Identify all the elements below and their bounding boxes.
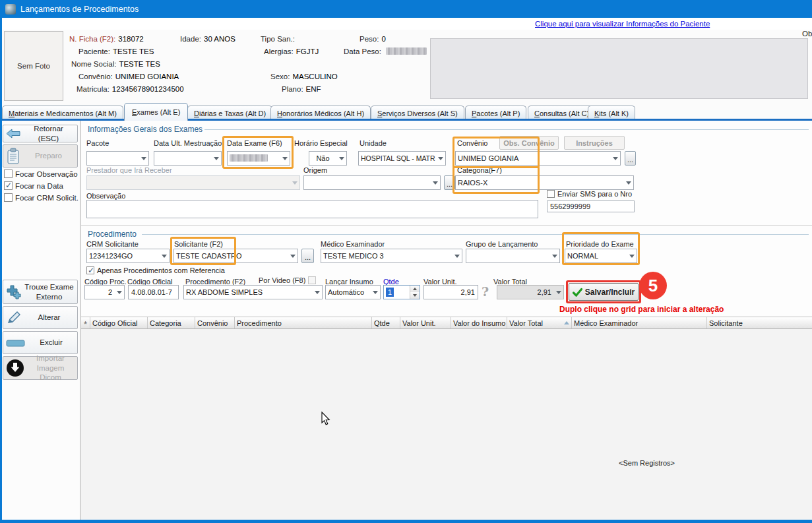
- col-valor-unit[interactable]: Valor Unit.: [400, 317, 451, 328]
- arrow-left-icon: [6, 129, 20, 138]
- convenio-paciente-field: Convênio:UNIMED GOIANIA: [78, 73, 179, 80]
- unidade-combo[interactable]: HOSPITAL SQL - MATRIZ: [358, 151, 446, 166]
- focar-na-data-checkbox[interactable]: Focar na Data: [4, 181, 63, 190]
- prestador-label: Prestador que Irá Receber: [86, 166, 172, 174]
- instrucoes-button[interactable]: Instruções: [564, 136, 625, 150]
- patient-info-link[interactable]: Clique aqui para visualizar Informações …: [535, 20, 710, 28]
- observacao-input[interactable]: [86, 200, 538, 218]
- alterar-button[interactable]: Alterar: [3, 306, 78, 329]
- medico-examinador-combo[interactable]: TESTE MEDICO 3: [321, 249, 462, 263]
- procedimento-combo[interactable]: RX ABDOME SIMPLES: [183, 285, 323, 299]
- medico-examinador-label: Médico Examinador: [321, 240, 385, 248]
- tab-diarias[interactable]: Diárias e Taxas (Alt D): [187, 106, 272, 120]
- chevron-down-icon: [280, 152, 290, 165]
- col-categoria[interactable]: Categoria: [148, 317, 195, 328]
- data-exame-label: Data Exame (F6): [227, 139, 282, 147]
- pacote-combo[interactable]: [86, 151, 149, 166]
- obs-convenio-button[interactable]: Obs. Convênio: [499, 136, 559, 150]
- tab-accent-line: [0, 119, 812, 121]
- preparo-button[interactable]: Preparo: [3, 144, 78, 168]
- chevron-down-icon: [139, 152, 148, 165]
- procedimento-title: Procedimento: [88, 230, 137, 239]
- col-valor-total[interactable]: Valor Total: [507, 317, 572, 328]
- codigo-oficial-input[interactable]: 4.08.08.01-7: [128, 285, 179, 299]
- tab-materiais[interactable]: Materiais e Medicamentos (Alt M): [2, 106, 123, 120]
- tab-servicos[interactable]: Serviços Diversos (Alt S): [371, 106, 464, 120]
- data-ult-mestruacao-combo[interactable]: [154, 151, 222, 166]
- procedimentos-grid-body[interactable]: [81, 329, 812, 520]
- tab-pacotes[interactable]: Pacotes (Alt P): [465, 106, 526, 120]
- chevron-down-icon: [627, 249, 637, 262]
- group-title-line: [204, 129, 809, 130]
- por-video-checkbox[interactable]: [308, 276, 316, 284]
- importar-imagem-dicom-button[interactable]: Importar Imagem Dicom: [3, 356, 78, 380]
- valor-total-combo[interactable]: 2,91: [497, 285, 564, 299]
- salvar-incluir-button[interactable]: Salvar/Incluir: [569, 283, 639, 301]
- help-question-icon[interactable]: [482, 284, 489, 299]
- grupo-lancamento-label: Grupo de Lançamento: [466, 240, 538, 248]
- qtde-stepper[interactable]: 1: [383, 285, 420, 299]
- spin-up-icon[interactable]: [410, 286, 420, 292]
- data-exame-combo[interactable]: [227, 151, 290, 166]
- minus-bar-icon: [6, 338, 26, 348]
- grupo-lancamento-combo[interactable]: [466, 249, 560, 263]
- convenio-label: Convênio: [457, 139, 487, 147]
- categoria-combo[interactable]: RAIOS-X: [455, 175, 634, 190]
- solicitante-ellipsis-button[interactable]: ...: [301, 249, 314, 263]
- tipo-sanguineo-field: Tipo San.:: [261, 35, 295, 43]
- convenio-ellipsis-button[interactable]: ...: [625, 151, 636, 166]
- chevron-down-icon: [336, 152, 346, 165]
- chevron-down-icon: [290, 176, 299, 189]
- excluir-button[interactable]: Excluir: [3, 331, 78, 354]
- row-selector-header: [81, 317, 90, 328]
- convenio-combo[interactable]: UNIMED GOIANIA: [455, 151, 621, 166]
- spin-down-icon[interactable]: [410, 292, 420, 299]
- horario-especial-combo[interactable]: Não: [309, 151, 347, 166]
- lancar-insumo-combo[interactable]: Automático: [325, 285, 381, 299]
- horario-especial-label: Horário Especial: [294, 139, 348, 147]
- check-icon: [573, 288, 582, 297]
- grid-empty-text: <Sem Registros>: [619, 459, 675, 467]
- enviar-sms-checkbox[interactable]: Enviar SMS para o Nro: [547, 190, 632, 198]
- origem-combo[interactable]: [303, 175, 441, 190]
- por-video-label: Por Video (F8): [259, 276, 305, 284]
- col-valor-insumo[interactable]: Valor do Insumo: [451, 317, 507, 328]
- nome-social-field: Nome Social:TESTE TES: [71, 60, 160, 68]
- solicitante-label: Solicitante (F2): [174, 240, 223, 248]
- focar-crm-checkbox[interactable]: Focar CRM Solicit.: [4, 193, 78, 202]
- paciente-field: Paciente:TESTE TES: [78, 47, 154, 55]
- tab-consultas[interactable]: Consultas (Alt C): [528, 106, 596, 120]
- origem-label: Origem: [303, 166, 327, 174]
- tab-exames[interactable]: Exames (Alt E): [124, 103, 188, 121]
- col-codigo-oficial[interactable]: Código Oficial: [90, 317, 148, 328]
- col-medico-examinador[interactable]: Médico Examinador: [572, 317, 707, 328]
- chevron-down-icon: [435, 152, 445, 165]
- chevron-down-icon: [623, 176, 633, 189]
- tab-kits[interactable]: Kits (Alt K): [588, 106, 635, 120]
- col-solicitante[interactable]: Solicitante: [707, 317, 812, 328]
- ficha-field: N. Ficha (F2):318072: [69, 35, 144, 43]
- tab-honorarios[interactable]: Honorários Médicos (Alt H): [270, 106, 371, 120]
- focar-observacao-checkbox[interactable]: Focar Observação: [4, 169, 78, 178]
- crm-solicitante-combo[interactable]: 12341234GO: [86, 249, 170, 263]
- window-border-left: [0, 18, 2, 523]
- matricula-field: Matricula:12345678901234500: [77, 85, 184, 93]
- chevron-down-icon: [159, 249, 169, 262]
- sms-numero-input[interactable]: 5562999999: [547, 200, 635, 212]
- alergias-field: Alergias:FGJTJ: [264, 47, 319, 55]
- checkbox-box: [4, 169, 13, 178]
- codigo-proc-combo[interactable]: 2: [84, 285, 125, 299]
- prestador-combo[interactable]: [86, 175, 300, 190]
- chevron-down-icon: [452, 249, 462, 262]
- crm-solicitante-label: CRM Solicitante: [86, 240, 139, 248]
- valor-unit-input[interactable]: 2,91: [423, 285, 478, 299]
- origem-ellipsis-button[interactable]: ...: [444, 175, 455, 190]
- apenas-referencia-checkbox[interactable]: Apenas Procedimentos com Referencia: [86, 266, 225, 274]
- solicitante-combo[interactable]: TESTE CADASTRO: [173, 249, 298, 263]
- prioridade-exame-combo[interactable]: NORMAL: [565, 249, 637, 263]
- col-procedimento[interactable]: Procedimento: [235, 317, 372, 328]
- col-qtde[interactable]: Qtde: [372, 317, 400, 328]
- trouxe-exame-externo-button[interactable]: Trouxe Exame Externo: [3, 280, 78, 304]
- retornar-button[interactable]: Retornar (ESC): [3, 125, 78, 142]
- col-convenio[interactable]: Convênio: [195, 317, 235, 328]
